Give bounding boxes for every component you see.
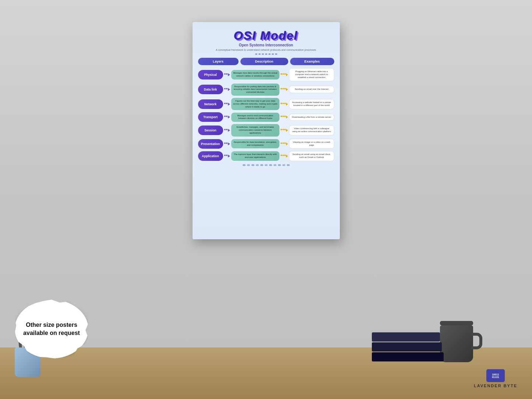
- layer-row-physical: Physical Manages how data travels throug…: [198, 68, 334, 81]
- header-decoration: [198, 53, 334, 55]
- description-box-3: Manages end-to-end communication between…: [231, 113, 280, 122]
- book-2: [372, 342, 442, 352]
- layer-row-application: Application The topmost layer that inter…: [198, 151, 334, 161]
- deco-dot: [282, 164, 285, 166]
- y-dot: [282, 142, 284, 144]
- deco-dot: [275, 53, 277, 55]
- col-description: Description: [240, 58, 288, 65]
- arrow-dot: [224, 142, 226, 144]
- example-box-2: Accessing a website hosted on a server l…: [289, 99, 334, 109]
- y-dot: [281, 142, 282, 144]
- arrow-head: [228, 88, 230, 91]
- y-dot: [284, 88, 286, 89]
- arrow-dot: [226, 155, 228, 156]
- arrow-head: [228, 142, 230, 145]
- deco-dot: [278, 164, 281, 166]
- arrow-dot: [226, 73, 228, 75]
- yellow-arrow-2: [281, 103, 288, 106]
- yellow-arrow-1: [281, 88, 288, 91]
- logo-brand-name: LAVENDER BYTE: [474, 384, 517, 388]
- y-dot: [281, 103, 282, 104]
- arrow-dot: [226, 142, 228, 144]
- mug-rim: [440, 321, 473, 325]
- y-dot: [282, 73, 284, 75]
- description-box-5: Responsible for data translation, encryp…: [231, 139, 280, 149]
- arrow-dot: [224, 88, 226, 89]
- arrow-dot: [226, 129, 228, 130]
- brand-logo: 1001101101 LAVENDER BYTE: [474, 369, 517, 388]
- layer-pill-4: Session: [198, 126, 223, 135]
- y-dot: [284, 129, 286, 130]
- poster-title: OSI Model: [198, 29, 334, 42]
- layer-row-data-link: Data link Responsible for putting data i…: [198, 84, 334, 96]
- description-box-2: Figures out the best way to get your dat…: [231, 98, 280, 110]
- poster-description: A conceptual framework to understand net…: [198, 48, 334, 52]
- y-arrow-head: [286, 103, 288, 106]
- y-dot: [281, 116, 282, 117]
- arrow-connector-0: [224, 73, 230, 76]
- y-dot: [284, 142, 286, 144]
- deco-dot: [256, 164, 259, 166]
- y-dot: [281, 73, 282, 75]
- arrow-connector-2: [224, 103, 230, 106]
- col-examples: Examples: [290, 58, 334, 65]
- yellow-arrow-0: [281, 73, 288, 76]
- y-dot: [282, 88, 284, 89]
- mug-handle: [471, 333, 482, 349]
- deco-dot: [287, 164, 290, 166]
- book-3: [372, 352, 444, 361]
- column-headers: Layers Description Examples: [198, 58, 334, 65]
- arrow-dot: [224, 116, 226, 117]
- deco-dot: [247, 164, 250, 166]
- y-dot: [281, 155, 282, 156]
- y-arrow-head: [286, 129, 288, 132]
- yellow-arrow-3: [281, 116, 288, 119]
- deco-dot: [262, 53, 264, 55]
- layer-pill-0: Physical: [198, 70, 223, 80]
- y-dot: [284, 73, 286, 75]
- coffee-mug: [440, 321, 484, 362]
- y-dot: [281, 88, 282, 89]
- deco-dot: [260, 164, 263, 166]
- example-box-1: Sending an email over the Internet: [289, 86, 334, 93]
- logo-icon: 1001101101: [486, 369, 505, 382]
- layer-row-presentation: Presentation Responsible for data transl…: [198, 139, 334, 149]
- description-box-1: Responsible for putting data into packet…: [231, 84, 280, 96]
- arrow-connector-4: [224, 129, 230, 132]
- layer-pill-1: Data link: [198, 85, 223, 94]
- description-box-4: Establishes, manages, and terminates com…: [231, 124, 280, 136]
- y-dot: [282, 155, 284, 156]
- example-box-5: Viewing an image or a video on a web pag…: [289, 139, 334, 149]
- example-box-6: Sending an email using an email client, …: [289, 151, 334, 161]
- poster-subtitle: Open Systems Interconnection: [198, 43, 334, 47]
- deco-dot: [258, 53, 261, 55]
- y-arrow-head: [286, 142, 288, 145]
- deco-dot: [251, 164, 254, 166]
- layer-pill-5: Presentation: [198, 139, 223, 149]
- bottom-decoration: [198, 164, 334, 166]
- description-box-6: The topmost layer that interacts directl…: [231, 151, 280, 161]
- layer-rows-container: Physical Manages how data travels throug…: [198, 68, 334, 161]
- y-arrow-head: [286, 155, 288, 158]
- scallop-shape: Other size posters available on request: [15, 300, 88, 359]
- deco-dot: [268, 53, 271, 55]
- example-box-4: Video conferencing with a colleague usin…: [289, 125, 334, 135]
- arrow-dot: [226, 88, 228, 89]
- deco-dot: [243, 164, 246, 166]
- mug-body: [440, 325, 473, 362]
- layer-pill-2: Network: [198, 99, 223, 109]
- book-1: [372, 332, 440, 342]
- y-arrow-head: [286, 116, 288, 119]
- deco-dot: [265, 164, 268, 166]
- layer-pill-6: Application: [198, 151, 223, 161]
- y-dot: [284, 155, 286, 156]
- layer-pill-3: Transport: [198, 112, 223, 122]
- y-dot: [281, 129, 282, 130]
- arrow-head: [228, 73, 230, 76]
- example-box-0: Plugging an Ethernet cable into a comput…: [289, 68, 334, 81]
- book-stack: [372, 332, 444, 362]
- deco-dot: [274, 164, 276, 166]
- arrow-connector-1: [224, 88, 230, 91]
- deco-dot: [269, 164, 272, 166]
- arrow-connector-5: [224, 142, 230, 145]
